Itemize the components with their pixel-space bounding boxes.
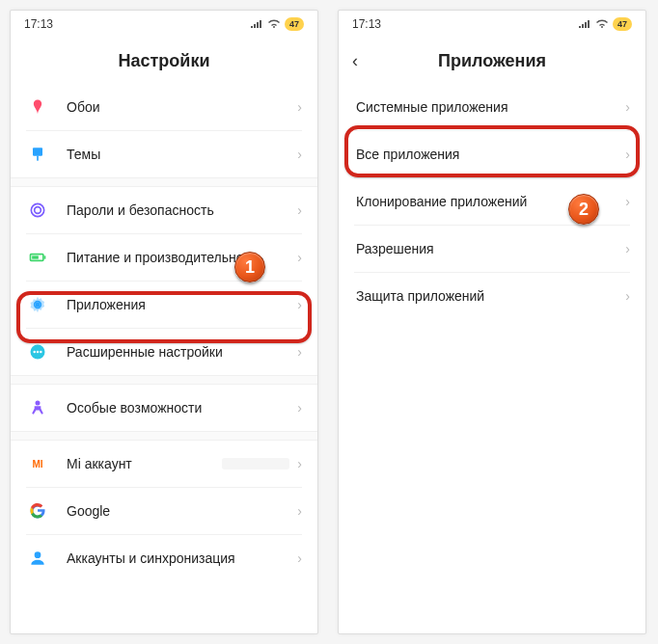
row-label: Системные приложения xyxy=(356,99,625,115)
row-accounts-sync[interactable]: Аккаунты и синхронизация › xyxy=(11,535,317,581)
row-battery[interactable]: Питание и производительность › xyxy=(11,234,317,281)
svg-text:MI: MI xyxy=(32,459,42,470)
header: Настройки xyxy=(11,38,317,84)
chevron-right-icon: › xyxy=(297,503,302,519)
signal-icon xyxy=(578,19,591,29)
chevron-right-icon: › xyxy=(625,241,630,256)
more-icon xyxy=(26,340,49,363)
row-label: Особые возможности xyxy=(67,400,297,416)
svg-point-13 xyxy=(36,401,41,406)
svg-rect-1 xyxy=(37,156,39,161)
row-label: Защита приложений xyxy=(356,288,625,304)
page-title: Приложения xyxy=(438,51,546,71)
row-label: Расширенные настройки xyxy=(67,344,297,360)
chevron-right-icon: › xyxy=(297,400,302,416)
row-label: Обои xyxy=(67,99,297,115)
row-apps[interactable]: Приложения › xyxy=(11,282,317,328)
status-time: 17:13 xyxy=(24,17,53,31)
settings-list: Обои › Темы › Пароли и безопасность › Пи… xyxy=(11,84,317,633)
accessibility-icon xyxy=(26,396,49,419)
row-advanced[interactable]: Расширенные настройки › xyxy=(11,329,317,375)
status-bar: 17:13 47 xyxy=(11,11,317,38)
svg-point-3 xyxy=(35,207,41,214)
person-icon xyxy=(26,547,49,570)
battery-indicator: 47 xyxy=(285,17,304,31)
row-all-apps[interactable]: Все приложения › xyxy=(339,131,645,177)
row-label: Темы xyxy=(67,147,297,162)
svg-point-10 xyxy=(33,351,36,354)
mi-account-value xyxy=(222,458,289,470)
row-google[interactable]: Google › xyxy=(11,488,317,534)
chevron-right-icon: › xyxy=(297,250,302,265)
row-label: Приложения xyxy=(67,297,297,312)
chevron-right-icon: › xyxy=(625,99,630,115)
header: ‹ Приложения xyxy=(339,38,645,84)
chevron-right-icon: › xyxy=(625,288,630,304)
chevron-right-icon: › xyxy=(297,550,302,566)
row-label: Пароли и безопасность xyxy=(67,202,297,218)
back-button[interactable]: ‹ xyxy=(352,51,358,71)
row-clone-apps[interactable]: Клонирование приложений › xyxy=(339,178,645,225)
row-label: Все приложения xyxy=(356,147,625,162)
chevron-right-icon: › xyxy=(297,147,302,162)
status-icons: 47 xyxy=(250,17,304,31)
row-app-protection[interactable]: Защита приложений › xyxy=(339,273,645,319)
status-time: 17:13 xyxy=(352,17,381,31)
svg-point-11 xyxy=(37,351,40,354)
chevron-right-icon: › xyxy=(297,202,302,218)
chevron-right-icon: › xyxy=(625,194,630,209)
screen-settings: 17:13 47 Настройки Обои › Темы › xyxy=(10,10,318,634)
row-label: Аккаунты и синхронизация xyxy=(67,550,297,566)
mi-logo-icon: MI xyxy=(26,452,49,475)
row-accessibility[interactable]: Особые возможности › xyxy=(11,385,317,431)
fingerprint-icon xyxy=(26,199,49,222)
svg-rect-5 xyxy=(32,255,39,258)
chevron-right-icon: › xyxy=(625,147,630,162)
chevron-right-icon: › xyxy=(297,297,302,312)
page-title: Настройки xyxy=(119,51,210,71)
chevron-right-icon: › xyxy=(297,99,302,115)
row-label: Mi аккаунт xyxy=(67,456,222,471)
row-themes[interactable]: Темы › xyxy=(11,131,317,177)
wifi-icon xyxy=(595,19,609,29)
chevron-right-icon: › xyxy=(297,344,302,360)
svg-point-12 xyxy=(40,351,42,354)
svg-rect-0 xyxy=(33,148,42,155)
themes-icon xyxy=(26,143,49,166)
apps-list: Системные приложения › Все приложения › … xyxy=(339,84,645,633)
status-bar: 17:13 47 xyxy=(339,11,645,38)
wifi-icon xyxy=(267,19,281,29)
google-icon xyxy=(26,499,49,523)
row-permissions[interactable]: Разрешения › xyxy=(339,226,645,272)
row-mi-account[interactable]: MI Mi аккаунт › xyxy=(11,441,317,487)
gear-icon xyxy=(26,293,49,316)
svg-rect-6 xyxy=(44,255,46,258)
battery-icon xyxy=(26,246,49,269)
row-system-apps[interactable]: Системные приложения › xyxy=(339,84,645,130)
svg-point-2 xyxy=(31,203,43,216)
row-label: Google xyxy=(67,503,297,519)
signal-icon xyxy=(250,19,263,29)
row-label: Разрешения xyxy=(356,241,625,256)
badge-2: 2 xyxy=(568,194,599,225)
row-wallpaper[interactable]: Обои › xyxy=(11,84,317,130)
chevron-right-icon: › xyxy=(297,456,302,471)
status-icons: 47 xyxy=(578,17,632,31)
svg-point-16 xyxy=(35,551,41,558)
row-security[interactable]: Пароли и безопасность › xyxy=(11,187,317,233)
battery-indicator: 47 xyxy=(613,17,632,31)
badge-1: 1 xyxy=(234,252,265,282)
screen-apps: 17:13 47 ‹ Приложения Системные приложен… xyxy=(338,10,646,634)
wallpaper-icon xyxy=(26,95,49,119)
